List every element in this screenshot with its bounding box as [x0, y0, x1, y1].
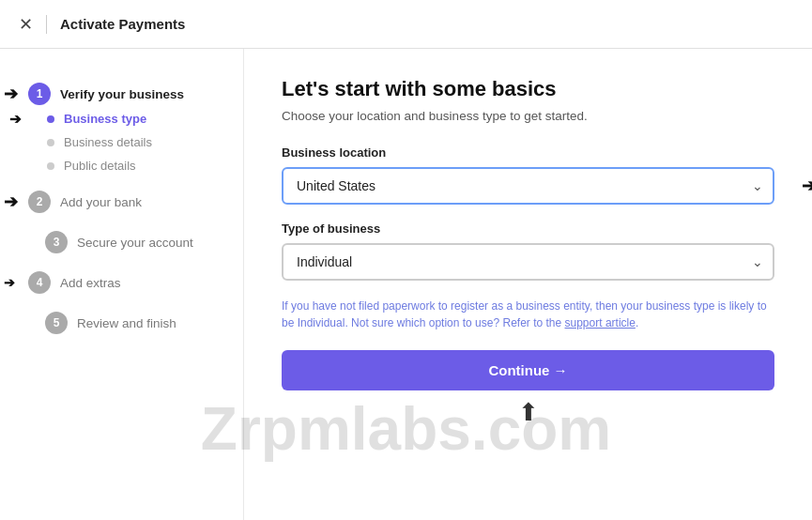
dot-public-details [47, 162, 54, 170]
support-article-link[interactable]: support article [565, 316, 636, 329]
content-title: Let's start with some basics [282, 77, 774, 101]
close-button[interactable]: ✕ [19, 14, 33, 35]
subitem-label-business-details: Business details [64, 135, 152, 149]
hint-text: If you have not filed paperwork to regis… [282, 298, 774, 331]
sidebar-step-5[interactable]: 5 Review and finish [0, 304, 243, 341]
sidebar-subitem-public-details[interactable]: Public details [47, 154, 243, 177]
sidebar-step-1[interactable]: ➔ 1 Verify your business [0, 75, 243, 107]
step-number-2: 2 [28, 191, 51, 213]
step-number-3: 3 [45, 231, 68, 253]
sidebar-subitems-1: Business type ➔ Business details Public … [0, 107, 243, 177]
arrow-up-container: ⬆ [282, 398, 774, 427]
arrow-business-type: ➔ [9, 111, 22, 128]
content-subtitle: Choose your location and business type t… [282, 109, 774, 123]
dot-business-details [47, 139, 54, 146]
subitem-label-business-type: Business type [64, 112, 146, 126]
main-layout: ➔ 1 Verify your business Business type ➔… [0, 49, 812, 520]
type-select[interactable]: Individual Sole Proprietorship LLC Corpo… [282, 243, 774, 281]
type-select-wrapper: Individual Sole Proprietorship LLC Corpo… [282, 243, 774, 281]
dot-business-type [47, 115, 54, 123]
header-divider [46, 15, 47, 34]
type-label: Type of business [282, 222, 774, 236]
header: ✕ Activate Payments [0, 0, 812, 49]
step-number-1: 1 [28, 83, 51, 105]
sidebar: ➔ 1 Verify your business Business type ➔… [0, 49, 244, 520]
continue-button[interactable]: Continue → [282, 350, 774, 390]
arrow-location-dropdown: ➔ [802, 176, 812, 196]
arrow-step-2: ➔ [4, 191, 18, 212]
step-label-2: Add your bank [60, 193, 142, 209]
sidebar-step-3[interactable]: 3 Secure your account [0, 223, 243, 260]
step-number-5: 5 [45, 312, 68, 334]
sidebar-step-4[interactable]: ➔ 4 Add extras [0, 264, 243, 300]
step-label-1: Verify your business [60, 85, 184, 101]
step-label-5: Review and finish [77, 314, 176, 330]
arrow-step-4: ➔ [4, 275, 15, 290]
sidebar-subitem-business-type[interactable]: Business type ➔ [47, 107, 243, 130]
step-number-4: 4 [28, 271, 51, 294]
step-label-3: Secure your account [77, 234, 193, 250]
page-title: Activate Payments [60, 16, 185, 32]
subitem-label-public-details: Public details [64, 159, 136, 173]
arrow-up-icon: ⬆ [518, 398, 539, 427]
sidebar-step-2[interactable]: ➔ 2 Add your bank [0, 183, 243, 220]
content-area: Let's start with some basics Choose your… [244, 49, 812, 520]
step-label-4: Add extras [60, 274, 121, 290]
location-label: Business location [282, 145, 774, 160]
location-select-wrapper: United States United Kingdom Canada Aust… [282, 167, 774, 205]
sidebar-subitem-business-details[interactable]: Business details [47, 130, 243, 154]
arrow-step-1: ➔ [4, 84, 18, 104]
location-select[interactable]: United States United Kingdom Canada Aust… [282, 167, 774, 205]
